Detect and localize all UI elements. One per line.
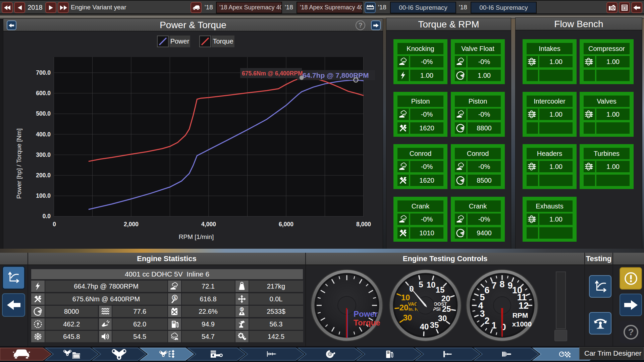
svg-text:664.7hp @ 7,800RPM: 664.7hp @ 7,800RPM — [299, 71, 369, 79]
svg-text:10: 10 — [401, 293, 410, 302]
svg-text:6,000: 6,000 — [279, 221, 293, 228]
svg-text:40: 40 — [420, 322, 429, 331]
svg-text:30: 30 — [438, 314, 447, 323]
svg-text:20: 20 — [399, 303, 409, 312]
svg-text:30: 30 — [403, 313, 412, 322]
svg-text:675.6Nm @ 6,400RPM: 675.6Nm @ 6,400RPM — [242, 70, 303, 77]
svg-text:5: 5 — [480, 292, 485, 302]
svg-text:15: 15 — [436, 285, 445, 294]
svg-text:5: 5 — [419, 280, 423, 289]
svg-text:10: 10 — [427, 280, 436, 289]
svg-text:600.0: 600.0 — [36, 90, 51, 97]
svg-text:Power: Power — [354, 309, 378, 318]
svg-text:500.0: 500.0 — [36, 110, 51, 117]
svg-text:7: 7 — [491, 281, 496, 291]
svg-text:RPM: RPM — [513, 311, 528, 319]
svg-text:8,000: 8,000 — [356, 221, 371, 228]
svg-text:Torque: Torque — [354, 318, 380, 327]
svg-text:400.0: 400.0 — [36, 131, 51, 138]
svg-text:8: 8 — [499, 279, 504, 289]
svg-text:2,000: 2,000 — [124, 221, 139, 228]
svg-text:1: 1 — [491, 320, 496, 330]
svg-text:700.0: 700.0 — [36, 69, 51, 76]
svg-text:0: 0 — [53, 221, 56, 228]
svg-text:6: 6 — [484, 285, 489, 295]
svg-text:200.0: 200.0 — [36, 172, 51, 179]
svg-text:?: ? — [628, 327, 634, 337]
svg-text:100.0: 100.0 — [36, 192, 51, 199]
svg-text:2: 2 — [484, 316, 489, 326]
svg-text:35: 35 — [430, 320, 439, 329]
svg-text:0.0: 0.0 — [43, 213, 51, 220]
svg-text:VAC: VAC — [408, 301, 418, 307]
svg-text:12: 12 — [519, 301, 529, 311]
svg-text:300.0: 300.0 — [36, 152, 51, 158]
svg-text:x1000: x1000 — [512, 320, 532, 328]
svg-text:4,000: 4,000 — [201, 221, 216, 228]
